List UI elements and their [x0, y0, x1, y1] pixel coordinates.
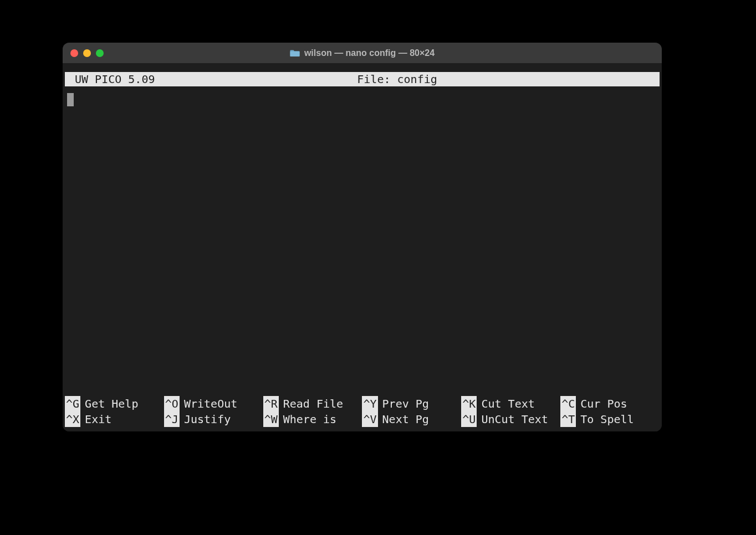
minimize-icon[interactable]	[83, 49, 91, 57]
sc-label: Cut Text	[477, 396, 534, 411]
sc-writeout: ^O WriteOut	[164, 396, 263, 411]
sc-key: ^W	[263, 411, 279, 427]
sc-label: Read File	[279, 396, 343, 411]
sc-to-spell: ^T To Spell	[560, 411, 660, 427]
sc-label: Justify	[180, 411, 231, 427]
sc-label: Next Pg	[378, 411, 429, 427]
sc-label: Where is	[279, 411, 336, 427]
sc-label: To Spell	[576, 411, 634, 427]
sc-label: UnCut Text	[477, 411, 548, 427]
sc-cut-text: ^K Cut Text	[461, 396, 560, 411]
sc-justify: ^J Justify	[164, 411, 263, 427]
title-area: wilson — nano config — 80×24	[63, 48, 662, 58]
window-title: wilson — nano config — 80×24	[304, 48, 435, 58]
sc-label: Get Help	[80, 396, 138, 411]
sc-next-pg: ^V Next Pg	[362, 411, 461, 427]
terminal-body[interactable]: UW PICO 5.09 File: config ^G Get Help ^O…	[63, 63, 662, 431]
sc-where-is: ^W Where is	[263, 411, 362, 427]
terminal-window: wilson — nano config — 80×24 UW PICO 5.0…	[63, 43, 662, 431]
sc-uncut-text: ^U UnCut Text	[461, 411, 560, 427]
sc-label: WriteOut	[180, 396, 237, 411]
sc-label: Exit	[80, 411, 111, 427]
editor-area[interactable]	[65, 86, 660, 396]
sc-label: Prev Pg	[378, 396, 429, 411]
pico-app-label: UW PICO 5.09	[66, 72, 155, 86]
pico-file-label: File: config	[357, 72, 437, 86]
folder-icon	[290, 49, 300, 57]
shortcut-row-2: ^X Exit ^J Justify ^W Where is ^V Next P…	[65, 411, 660, 427]
sc-key: ^K	[461, 396, 477, 411]
sc-key: ^T	[560, 411, 576, 427]
titlebar[interactable]: wilson — nano config — 80×24	[63, 43, 662, 63]
sc-key: ^V	[362, 411, 377, 427]
sc-cur-pos: ^C Cur Pos	[560, 396, 660, 411]
close-icon[interactable]	[70, 49, 78, 57]
sc-key: ^U	[461, 411, 477, 427]
sc-label: Cur Pos	[576, 396, 627, 411]
sc-key: ^J	[164, 411, 180, 427]
sc-exit: ^X Exit	[65, 411, 164, 427]
maximize-icon[interactable]	[96, 49, 104, 57]
sc-get-help: ^G Get Help	[65, 396, 164, 411]
shortcut-row-1: ^G Get Help ^O WriteOut ^R Read File ^Y …	[65, 396, 660, 411]
sc-key: ^Y	[362, 396, 377, 411]
pico-header-bar: UW PICO 5.09 File: config	[65, 72, 660, 86]
shortcut-bar: ^G Get Help ^O WriteOut ^R Read File ^Y …	[65, 396, 660, 429]
sc-key: ^X	[65, 411, 80, 427]
sc-key: ^O	[164, 396, 180, 411]
sc-key: ^R	[263, 396, 279, 411]
text-cursor	[67, 93, 74, 106]
sc-key: ^C	[560, 396, 576, 411]
traffic-lights	[70, 49, 104, 57]
sc-prev-pg: ^Y Prev Pg	[362, 396, 461, 411]
sc-key: ^G	[65, 396, 80, 411]
sc-read-file: ^R Read File	[263, 396, 362, 411]
